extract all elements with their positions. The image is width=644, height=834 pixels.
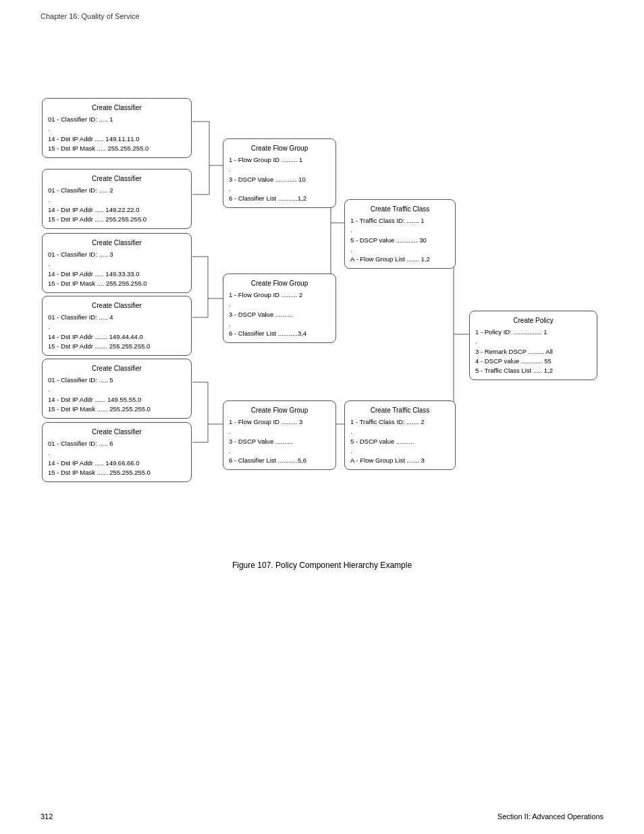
classifier1-line3: 14 - Dst IP Addr ..... 149.11.11.0	[48, 134, 186, 144]
classifier2-line4: 15 - Dst IP Addr ..... 255.255.255.0	[48, 215, 186, 224]
trafficclass2-line2: .	[350, 427, 450, 436]
classifier2-line3: 14 - Dst IP Addr ..... 149.22.22.0	[48, 205, 186, 215]
figure-caption: Figure 107. Policy Component Hierarchy E…	[0, 554, 644, 577]
trafficclass2-line4: .	[350, 446, 450, 456]
flowgroup2-line4: .	[229, 319, 330, 329]
trafficclass2-line1: 1 - Traffic Class ID: ....... 2	[350, 417, 450, 427]
classifier6-line3: 14 - Dst IP Addr ..... 149.66.66.0	[48, 459, 186, 468]
flowgroup2-line5: 6 - Classifier List ...........3,4	[229, 329, 330, 338]
classifier2-line1: 01 - Classifier ID: ..... 2	[48, 186, 186, 195]
classifier1-line2: .	[48, 124, 186, 134]
classifier4-line3: 14 - Dst IP Addr ....... 149.44.44.0	[48, 332, 186, 342]
flowgroup3-title: Create Flow Group	[229, 405, 330, 415]
flowgroup3-line5: 6 - Classifier List ...........5,6	[229, 456, 330, 465]
classifier1-line1: 01 - Classifier ID: ..... 1	[48, 115, 186, 124]
policy-line5: 5 - Traffic Class List ..... 1,2	[475, 366, 591, 375]
classifier1-title: Create Classifier	[48, 103, 186, 113]
classifier4-box: Create Classifier 01 - Classifier ID: ..…	[42, 296, 192, 356]
flowgroup1-title: Create Flow Group	[229, 143, 330, 153]
flowgroup1-line3: 3 - DSCP Value ............ 10	[229, 175, 330, 184]
classifier2-line2: .	[48, 195, 186, 205]
trafficclass2-line5: A - Flow Group List ....... 3	[350, 456, 450, 465]
policy-line1: 1 - Policy ID: ................ 1	[475, 328, 591, 337]
classifier3-title: Create Classifier	[48, 238, 186, 248]
flowgroup2-line2: .	[229, 300, 330, 309]
classifier5-line1: 01 - Classifier ID: ..... 5	[48, 375, 186, 385]
classifier3-box: Create Classifier 01 - Classifier ID: ..…	[42, 233, 192, 293]
flowgroup3-box: Create Flow Group 1 - Flow Group ID ....…	[223, 400, 336, 470]
flowgroup1-line4: .	[229, 184, 330, 194]
chapter-title: Chapter 16: Quality of Service	[41, 12, 140, 20]
classifier4-line4: 15 - Dst IP Addr ....... 255.255.255.0	[48, 342, 186, 351]
trafficclass2-box: Create Traffic Class 1 - Traffic Class I…	[344, 400, 456, 470]
flowgroup1-line5: 6 - Classifier List ...........1,2	[229, 194, 330, 203]
trafficclass1-line3: 5 - DSCP value ............ 30	[350, 236, 450, 245]
policy-box: Create Policy 1 - Policy ID: ...........…	[469, 311, 597, 380]
diagram-area: Create Classifier 01 - Classifier ID: ..…	[0, 34, 644, 547]
flowgroup1-line2: .	[229, 165, 330, 174]
classifier3-line4: 15 - Dst IP Mask .... 255.255.255.0	[48, 279, 186, 288]
policy-line2: .	[475, 337, 591, 346]
classifier6-line4: 15 - Dst IP Mask ...... 255.255.255.0	[48, 468, 186, 477]
trafficclass1-line4: .	[350, 245, 450, 255]
flowgroup3-line3: 3 - DSCP Value ..........	[229, 437, 330, 446]
classifier5-title: Create Classifier	[48, 363, 186, 373]
flowgroup3-line2: .	[229, 427, 330, 436]
classifier3-line1: 01 - Classifier ID: ..... 3	[48, 250, 186, 259]
classifier6-line2: .	[48, 448, 186, 458]
classifier5-line2: .	[48, 385, 186, 394]
policy-line3: 3 - Remark DSCP ......... All	[475, 347, 591, 357]
flowgroup2-box: Create Flow Group 1 - Flow Group ID ....…	[223, 273, 336, 343]
policy-title: Create Policy	[475, 315, 591, 325]
flowgroup1-box: Create Flow Group 1 - Flow Group ID ....…	[223, 138, 336, 208]
classifier2-box: Create Classifier 01 - Classifier ID: ..…	[42, 169, 192, 229]
trafficclass1-line5: A - Flow Group List ....... 1,2	[350, 255, 450, 264]
flowgroup2-line1: 1 - Flow Group ID ......... 2	[229, 290, 330, 300]
page-footer: 312 Section II: Advanced Operations	[0, 812, 644, 820]
flowgroup2-line3: 3 - DSCP Value ..........	[229, 310, 330, 319]
page-number: 312	[41, 812, 53, 820]
classifier3-line2: .	[48, 259, 186, 269]
classifier4-line1: 01 - Classifier ID: ..... 4	[48, 313, 186, 322]
classifier1-line4: 15 - Dst IP Mask ..... 255.255.255.0	[48, 144, 186, 153]
trafficclass1-box: Create Traffic Class 1 - Traffic Class I…	[344, 199, 456, 269]
trafficclass1-line2: .	[350, 226, 450, 235]
section-label: Section II: Advanced Operations	[498, 812, 603, 820]
chapter-header: Chapter 16: Quality of Service	[0, 0, 644, 27]
classifier3-line3: 14 - Dst IP Addr ..... 149.33.33.0	[48, 269, 186, 279]
trafficclass1-title: Create Traffic Class	[350, 204, 450, 214]
trafficclass2-title: Create Traffic Class	[350, 405, 450, 415]
flowgroup2-title: Create Flow Group	[229, 278, 330, 288]
flowgroup1-line1: 1 - Flow Group ID ......... 1	[229, 155, 330, 165]
policy-line4: 4 - DSCP value ............ 55	[475, 357, 591, 366]
flowgroup3-line1: 1 - Flow Group ID ......... 3	[229, 417, 330, 427]
classifier6-title: Create Classifier	[48, 427, 186, 437]
trafficclass2-line3: 5 - DSCP value ..........	[350, 437, 450, 446]
classifier5-box: Create Classifier 01 - Classifier ID: ..…	[42, 359, 192, 419]
classifier4-line2: .	[48, 322, 186, 332]
classifier2-title: Create Classifier	[48, 174, 186, 184]
figure-caption-text: Figure 107. Policy Component Hierarchy E…	[232, 561, 412, 570]
classifier6-box: Create Classifier 01 - Classifier ID: ..…	[42, 422, 192, 482]
flowgroup3-line4: .	[229, 446, 330, 456]
classifier5-line4: 15 - Dst IP Mask ...... 255.255.255.0	[48, 405, 186, 414]
trafficclass1-line1: 1 - Traffic Class ID: ....... 1	[350, 216, 450, 226]
classifier6-line1: 01 - Classifier ID: ..... 6	[48, 439, 186, 448]
classifier5-line3: 14 - Dst IP Addr ...... 149.55.55.0	[48, 395, 186, 405]
classifier1-box: Create Classifier 01 - Classifier ID: ..…	[42, 98, 192, 158]
classifier4-title: Create Classifier	[48, 301, 186, 311]
